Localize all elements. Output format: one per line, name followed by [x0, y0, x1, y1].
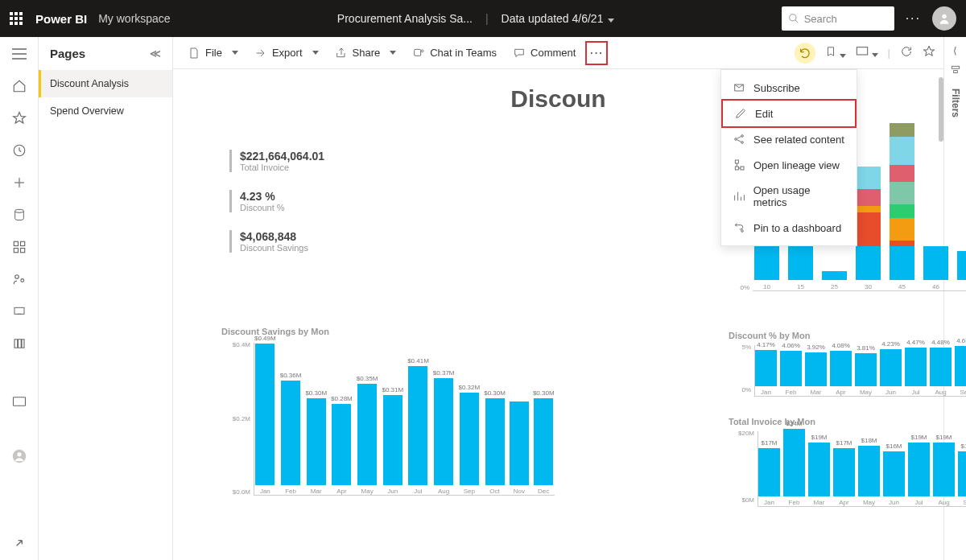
more-options-button[interactable]: ···: [585, 41, 608, 65]
refresh-button[interactable]: [900, 45, 913, 60]
share-menu[interactable]: Share: [328, 40, 403, 66]
global-header: Power BI My workspace Procurement Analys…: [0, 0, 966, 37]
bar[interactable]: $19MAug: [933, 434, 955, 506]
datasets-icon[interactable]: [12, 208, 27, 222]
bar[interactable]: $0.49MJan: [254, 335, 276, 495]
page-tab-discount-analysis[interactable]: Discount Analysis: [39, 70, 172, 97]
workspace-name[interactable]: My workspace: [98, 12, 170, 25]
file-menu[interactable]: File: [181, 40, 245, 66]
stacked-bar[interactable]: 60: [957, 251, 966, 290]
favorites-icon[interactable]: [12, 111, 27, 126]
svg-line-1: [795, 20, 798, 23]
bar[interactable]: 3.92%Mar: [805, 344, 827, 396]
collapse-pane-icon[interactable]: ≪: [150, 47, 161, 60]
bar[interactable]: $18MMay: [858, 437, 880, 506]
app-launcher-icon[interactable]: [10, 12, 23, 25]
stacked-bar[interactable]: 46: [923, 246, 948, 290]
kpi-card[interactable]: $221,664,064.01Total Invoice: [229, 150, 324, 172]
bar[interactable]: 4.17%Jan: [755, 341, 777, 396]
menu-pin-to-a-dashboard[interactable]: Pin to a dashboard: [721, 215, 857, 241]
svg-rect-13: [20, 249, 24, 253]
bar[interactable]: $0.36MFeb: [280, 372, 302, 495]
kpi-group: $221,664,064.01Total Invoice4.23 %Discou…: [229, 150, 324, 270]
bar[interactable]: $17MJan: [758, 439, 780, 506]
svg-point-24: [735, 138, 737, 141]
bar[interactable]: $16MJun: [883, 443, 905, 506]
svg-point-15: [20, 279, 23, 282]
stacked-bar[interactable]: 45: [890, 123, 914, 290]
bar[interactable]: 3.81%May: [855, 344, 877, 396]
export-menu[interactable]: Export: [248, 40, 325, 66]
bar[interactable]: 4.23%Jun: [880, 340, 902, 396]
menu-see-related-content[interactable]: See related content: [721, 126, 857, 152]
reset-button[interactable]: [795, 43, 815, 64]
recent-icon[interactable]: [12, 143, 27, 158]
svg-point-2: [942, 14, 946, 19]
bar[interactable]: 4.06%Feb: [780, 342, 802, 396]
chat-teams-button[interactable]: Chat in Teams: [406, 40, 503, 66]
discount-pct-month-chart[interactable]: Discount % by Mon 5%0% 4.17%Jan4.06%Feb3…: [729, 331, 966, 408]
data-updated-label[interactable]: Data updated 4/6/21: [502, 12, 615, 25]
shared-icon[interactable]: [12, 272, 27, 286]
bar[interactable]: $24MFeb: [783, 420, 805, 506]
bar[interactable]: Nov: [510, 400, 529, 495]
favorite-button[interactable]: [923, 45, 935, 60]
bar[interactable]: 4.08%Apr: [830, 342, 852, 396]
menu-subscribe[interactable]: Subscribe: [721, 75, 857, 101]
bar[interactable]: $17MApr: [833, 439, 855, 506]
svg-point-14: [14, 275, 19, 279]
learn-icon[interactable]: [12, 304, 27, 319]
bar[interactable]: $16MSep: [958, 443, 966, 506]
apps-icon[interactable]: [12, 240, 27, 254]
header-more-icon[interactable]: ···: [906, 11, 921, 26]
bar[interactable]: $0.30MOct: [484, 389, 506, 495]
workspaces-icon[interactable]: [12, 336, 27, 351]
hamburger-icon[interactable]: [12, 47, 27, 61]
menu-edit[interactable]: Edit: [721, 99, 857, 128]
bar[interactable]: $0.32MSep: [459, 384, 481, 495]
svg-point-30: [741, 230, 744, 233]
stacked-bar[interactable]: 30: [856, 167, 881, 290]
svg-rect-28: [735, 167, 738, 170]
page-tab-spend-overview[interactable]: Spend Overview: [39, 97, 172, 125]
bar[interactable]: 4.65%Sep: [955, 337, 966, 396]
bar[interactable]: 4.47%Jul: [905, 339, 927, 396]
invoice-month-chart[interactable]: Total Invoice by Mon $20M$0M $17MJan$24M…: [729, 417, 966, 518]
chevron-down-icon: [608, 19, 614, 23]
expand-filters-icon[interactable]: ⟨: [953, 45, 957, 56]
bar[interactable]: $0.30MMar: [305, 389, 327, 495]
svg-rect-11: [20, 241, 24, 245]
comment-button[interactable]: Comment: [506, 40, 582, 66]
kpi-card[interactable]: $4,068,848Discount Savings: [229, 230, 324, 253]
bar[interactable]: $0.28MApr: [331, 395, 353, 495]
stacked-bar[interactable]: 25: [822, 271, 847, 290]
bar[interactable]: 4.48%Aug: [930, 339, 952, 396]
svg-point-0: [789, 14, 795, 21]
svg-point-22: [422, 50, 424, 52]
kpi-card[interactable]: 4.23 %Discount %: [229, 190, 324, 212]
bar[interactable]: $19MMar: [808, 434, 830, 506]
svg-point-20: [17, 452, 21, 456]
user-avatar[interactable]: [932, 6, 956, 31]
home-icon[interactable]: [12, 79, 27, 93]
bar[interactable]: $0.35MMay: [357, 375, 378, 495]
create-icon[interactable]: [12, 175, 27, 190]
svg-rect-29: [741, 167, 744, 170]
account-icon[interactable]: [12, 449, 27, 463]
bar[interactable]: $0.37MAug: [433, 369, 455, 495]
my-workspace-icon[interactable]: [12, 394, 27, 409]
bookmark-button[interactable]: [825, 45, 846, 60]
savings-month-chart[interactable]: Discount Savings by Mon $0.4M$0.2M$0.0M …: [221, 327, 551, 510]
menu-open-lineage-view[interactable]: Open lineage view: [721, 152, 857, 178]
report-name[interactable]: Procurement Analysis Sa...: [337, 12, 473, 25]
search-input[interactable]: Search: [782, 6, 894, 31]
menu-open-usage-metrics[interactable]: Open usage metrics: [721, 178, 857, 215]
view-button[interactable]: [856, 46, 878, 60]
pages-pane: Pages ≪ Discount AnalysisSpend Overview: [39, 37, 173, 560]
expand-icon[interactable]: [12, 536, 27, 550]
bar[interactable]: $19MJul: [908, 434, 930, 506]
svg-rect-12: [14, 249, 18, 253]
bar[interactable]: $0.31MJun: [382, 386, 403, 495]
bar[interactable]: $0.41MJul: [407, 357, 429, 495]
bar[interactable]: $0.30MDec: [533, 389, 555, 495]
